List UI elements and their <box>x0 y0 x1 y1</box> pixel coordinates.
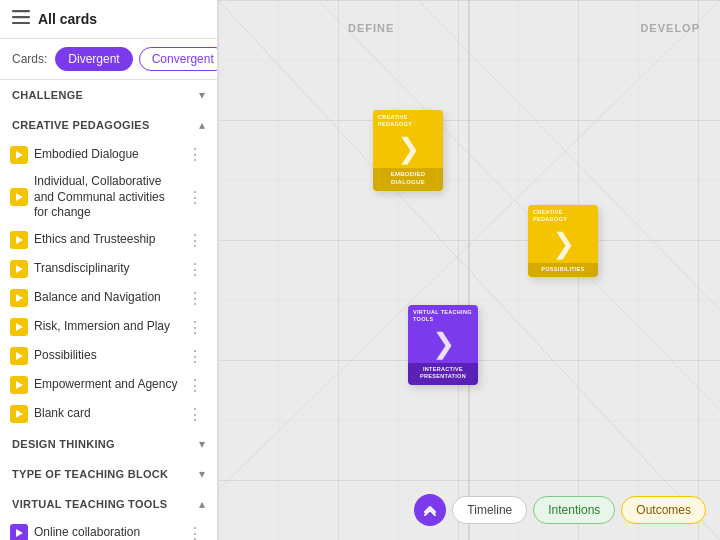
card-icon-yellow <box>10 405 28 423</box>
creative-pedagogies-items: Embodied Dialogue ⋮ Individual, Collabor… <box>0 140 217 429</box>
card-chevron-icon: ❯ <box>552 230 575 258</box>
svg-marker-3 <box>16 151 23 159</box>
canvas-card-possibilities[interactable]: CREATIVE PEDAGOGY ❯ POSSIBILITIES <box>528 205 598 277</box>
list-item[interactable]: Balance and Navigation ⋮ <box>0 284 217 313</box>
card-footer-label: POSSIBILITIES <box>528 263 598 277</box>
card-chevron-icon: ❯ <box>432 330 455 358</box>
card-icon-yellow <box>10 231 28 249</box>
card-icon-yellow <box>10 188 28 206</box>
svg-marker-10 <box>16 381 23 389</box>
item-menu-dots[interactable]: ⋮ <box>185 318 205 337</box>
card-body: ❯ <box>408 325 478 363</box>
svg-line-19 <box>318 0 720 410</box>
section-creative-pedagogies[interactable]: CREATIVE PEDAGOGIES ▴ <box>0 110 217 140</box>
section-creative-title: CREATIVE PEDAGOGIES <box>12 119 150 131</box>
svg-marker-5 <box>16 236 23 244</box>
svg-marker-7 <box>16 294 23 302</box>
card-chevron-icon: ❯ <box>397 135 420 163</box>
item-label: Individual, Collaborative and Communal a… <box>34 174 179 221</box>
timeline-button[interactable]: Timeline <box>452 496 527 524</box>
column-label-develop: DEVELOP <box>640 22 700 34</box>
list-item[interactable]: Transdisciplinarity ⋮ <box>0 255 217 284</box>
card-body: ❯ <box>373 130 443 168</box>
scroll-up-button[interactable] <box>414 494 446 526</box>
section-virtual-chevron: ▴ <box>199 497 205 511</box>
svg-marker-11 <box>16 410 23 418</box>
item-menu-dots[interactable]: ⋮ <box>185 347 205 366</box>
card-icon-yellow <box>10 146 28 164</box>
item-label: Balance and Navigation <box>34 290 179 306</box>
item-menu-dots[interactable]: ⋮ <box>185 188 205 207</box>
svg-line-18 <box>218 0 720 540</box>
list-item[interactable]: Possibilities ⋮ <box>0 342 217 371</box>
card-icon-purple <box>10 524 28 540</box>
item-label: Ethics and Trusteeship <box>34 232 179 248</box>
card-icon-yellow <box>10 318 28 336</box>
section-type-title: TYPE OF TEACHING BLOCK <box>12 468 168 480</box>
svg-rect-1 <box>12 16 30 18</box>
outcomes-button[interactable]: Outcomes <box>621 496 706 524</box>
item-menu-dots[interactable]: ⋮ <box>185 524 205 540</box>
item-label: Embodied Dialogue <box>34 147 179 163</box>
svg-rect-0 <box>12 10 30 12</box>
list-item[interactable]: Empowerment and Agency ⋮ <box>0 371 217 400</box>
sidebar: All cards Cards: Divergent Convergent CH… <box>0 0 218 540</box>
card-icon-yellow <box>10 347 28 365</box>
cards-filter-label: Cards: <box>12 52 47 66</box>
section-virtual-teaching[interactable]: VIRTUAL TEACHING TOOLS ▴ <box>0 489 217 519</box>
section-design-thinking[interactable]: DESIGN THINKING ▾ <box>0 429 217 459</box>
svg-marker-9 <box>16 352 23 360</box>
svg-line-21 <box>218 0 720 490</box>
sidebar-header: All cards <box>0 0 217 39</box>
list-item[interactable]: Individual, Collaborative and Communal a… <box>0 169 217 226</box>
svg-rect-17 <box>218 0 720 540</box>
svg-rect-2 <box>12 22 30 24</box>
main-canvas[interactable]: DEFINE DEVELOP CREATIVE PEDAGOGY ❯ EMBOD… <box>218 0 720 540</box>
card-top-label: CREATIVE PEDAGOGY <box>528 205 598 225</box>
item-label: Possibilities <box>34 348 179 364</box>
card-icon-yellow <box>10 260 28 278</box>
item-menu-dots[interactable]: ⋮ <box>185 145 205 164</box>
card-footer-label: EMBODIEDDIALOGUE <box>373 168 443 191</box>
divergent-button[interactable]: Divergent <box>55 47 132 71</box>
item-label: Blank card <box>34 406 179 422</box>
item-label: Risk, Immersion and Play <box>34 319 179 335</box>
canvas-card-embodied-dialogue[interactable]: CREATIVE PEDAGOGY ❯ EMBODIEDDIALOGUE <box>373 110 443 191</box>
svg-marker-4 <box>16 193 23 201</box>
card-icon-yellow <box>10 289 28 307</box>
item-label: Online collaboration <box>34 525 179 540</box>
section-challenge-title: CHALLENGE <box>12 89 83 101</box>
card-footer-label: INTERACTIVEPRESENTATION <box>408 363 478 384</box>
item-menu-dots[interactable]: ⋮ <box>185 376 205 395</box>
item-menu-dots[interactable]: ⋮ <box>185 231 205 250</box>
list-item[interactable]: Blank card ⋮ <box>0 400 217 429</box>
item-menu-dots[interactable]: ⋮ <box>185 260 205 279</box>
section-virtual-title: VIRTUAL TEACHING TOOLS <box>12 498 167 510</box>
intentions-button[interactable]: Intentions <box>533 496 615 524</box>
cards-filter-row: Cards: Divergent Convergent <box>0 39 217 80</box>
list-item[interactable]: Online collaboration ⋮ <box>0 519 217 540</box>
canvas-card-interactive-presentation[interactable]: VIRTUAL TEACHING TOOLS ❯ INTERACTIVEPRES… <box>408 305 478 385</box>
convergent-button[interactable]: Convergent <box>139 47 218 71</box>
canvas-background-svg <box>218 0 720 540</box>
item-menu-dots[interactable]: ⋮ <box>185 405 205 424</box>
back-icon[interactable] <box>12 10 30 28</box>
section-challenge[interactable]: CHALLENGE ▾ <box>0 80 217 110</box>
card-icon-yellow <box>10 376 28 394</box>
card-top-label: VIRTUAL TEACHING TOOLS <box>408 305 478 325</box>
item-label: Empowerment and Agency <box>34 377 179 393</box>
list-item[interactable]: Embodied Dialogue ⋮ <box>0 140 217 169</box>
virtual-teaching-items: Online collaboration ⋮ Interactive prese… <box>0 519 217 540</box>
section-type-chevron: ▾ <box>199 467 205 481</box>
section-challenge-chevron: ▾ <box>199 88 205 102</box>
item-menu-dots[interactable]: ⋮ <box>185 289 205 308</box>
list-item[interactable]: Ethics and Trusteeship ⋮ <box>0 226 217 255</box>
svg-marker-8 <box>16 323 23 331</box>
section-design-title: DESIGN THINKING <box>12 438 115 450</box>
svg-marker-6 <box>16 265 23 273</box>
column-label-define: DEFINE <box>348 22 394 34</box>
list-item[interactable]: Risk, Immersion and Play ⋮ <box>0 313 217 342</box>
card-top-label: CREATIVE PEDAGOGY <box>373 110 443 130</box>
sidebar-title: All cards <box>38 11 97 27</box>
section-type-teaching[interactable]: TYPE OF TEACHING BLOCK ▾ <box>0 459 217 489</box>
